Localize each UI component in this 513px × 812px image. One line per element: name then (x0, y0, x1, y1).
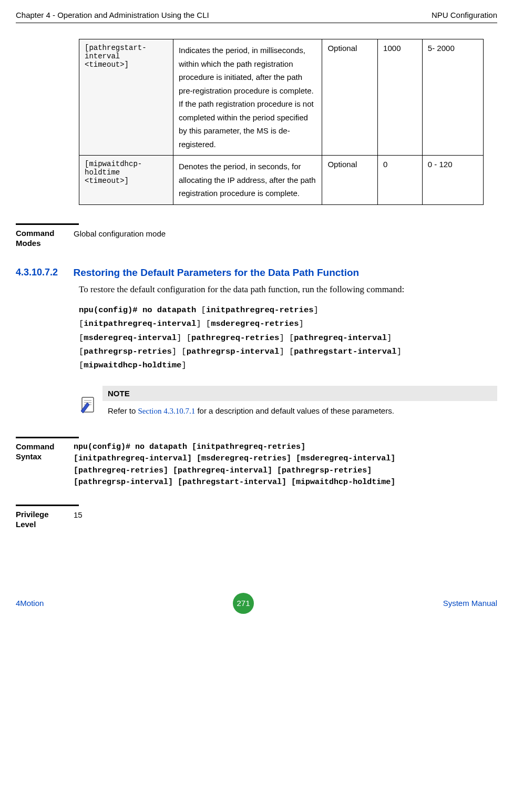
cmd-param: pathregstart-interval (294, 347, 396, 356)
cmd-param: msderegreq-retries (211, 319, 299, 328)
cmd-param: pathregrsp-retries (282, 466, 367, 475)
cmd-param: msderegreq-retries (201, 454, 286, 463)
table-row: [pathregstart-interval <timeout>] Indica… (79, 39, 484, 156)
param-range: 5- 2000 (422, 39, 483, 156)
param-name: [pathregstart-interval <timeout>] (79, 39, 173, 156)
section-body: To restore the default configuration for… (79, 283, 497, 296)
command-syntax-label: Command Syntax (16, 441, 74, 489)
note-text: Refer to (108, 406, 138, 415)
note-link[interactable]: Section 4.3.10.7.1 (138, 407, 196, 415)
privilege-level-value: 15 (74, 509, 497, 530)
cmd-param: pathregreq-interval (294, 333, 387, 343)
param-default: 0 (378, 156, 423, 205)
page-footer: 4Motion 271 System Manual (0, 593, 513, 622)
privilege-level-label: Privilege Level (16, 509, 74, 530)
command-block: npu(config)# no datapath [initpathregreq… (79, 303, 497, 373)
cmd-param: mipwaitdhcp-holdtime (296, 478, 391, 487)
command-modes-value: Global configuration mode (74, 228, 497, 249)
note-block: NOTE Refer to Section 4.3.10.7.1 for a d… (79, 386, 497, 421)
header-right: NPU Configuration (432, 11, 497, 19)
note-text: for a description and default values of … (195, 406, 394, 415)
cmd-param: pathregreq-interval (178, 466, 268, 475)
param-default: 1000 (378, 39, 423, 156)
section-number: 4.3.10.7.2 (16, 267, 71, 278)
page-header: Chapter 4 - Operation and Administration… (16, 11, 497, 23)
footer-right[interactable]: System Manual (443, 599, 497, 608)
header-left: Chapter 4 - Operation and Administration… (16, 11, 209, 19)
cmd-param: pathregreq-retries (191, 333, 279, 343)
cmd-param: initpathregreq-retries (206, 305, 314, 315)
cmd-param: mipwaitdhcp-holdtime (84, 361, 181, 370)
cmd-param: msderegreq-interval (301, 454, 391, 463)
cmd-param: pathregreq-retries (78, 466, 163, 475)
note-body: Refer to Section 4.3.10.7.1 for a descri… (102, 401, 497, 421)
cmd-param: initpathregreq-retries (197, 443, 301, 451)
param-desc: Denotes the period, in seconds, for allo… (173, 156, 322, 205)
cmd-param: pathregstart-interval (182, 478, 282, 487)
cmd-param: msderegreq-interval (84, 333, 177, 343)
command-modes-label: Command Modes (16, 228, 74, 249)
cmd-param: pathregrsp-interval (78, 478, 168, 487)
cmd-prefix: npu(config)# no datapath (74, 443, 187, 451)
param-name: [mipwaitdhcp-holdtime <timeout>] (79, 156, 173, 205)
parameter-table: [pathregstart-interval <timeout>] Indica… (79, 39, 484, 205)
page-number-badge: 271 (233, 593, 254, 614)
note-header: NOTE (102, 386, 497, 401)
section-title: Restoring the Default Parameters for the… (73, 267, 359, 278)
cmd-param: pathregrsp-retries (84, 347, 171, 356)
cmd-param: initpathregreq-interval (84, 319, 196, 328)
param-range: 0 - 120 (422, 156, 483, 205)
command-syntax-value: npu(config)# no datapath [initpathregreq… (74, 441, 497, 489)
cmd-param: initpathregreq-interval (78, 454, 187, 463)
param-desc: Indicates the period, in milliseconds, w… (173, 39, 322, 156)
param-presence: Optional (322, 156, 378, 205)
footer-left[interactable]: 4Motion (16, 599, 44, 608)
cmd-param: pathregrsp-interval (187, 347, 280, 356)
cmd-prefix: npu(config)# no datapath (79, 305, 196, 315)
param-presence: Optional (322, 39, 378, 156)
note-icon (79, 395, 102, 416)
table-row: [mipwaitdhcp-holdtime <timeout>] Denotes… (79, 156, 484, 205)
